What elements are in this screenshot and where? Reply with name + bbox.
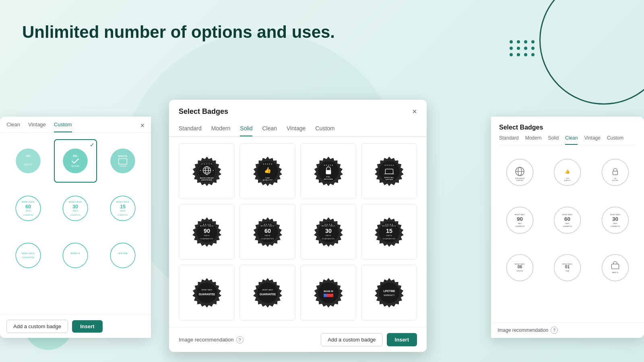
badge-money-back-60[interactable]: MONEY BACK 60 DAYS GUARANTEE ★ ★ ★ ★ xyxy=(239,204,295,260)
svg-text:MONEY BACK: MONEY BACK xyxy=(321,225,335,227)
badge-money-back-15[interactable]: MONEY BACK 15 DAYS GUARANTEE ★ ★ ★ ★ xyxy=(361,204,417,260)
right-badge-top-quality[interactable]: 👍 TOP QUALITY xyxy=(545,150,590,195)
svg-text:30: 30 xyxy=(612,216,618,222)
svg-text:30: 30 xyxy=(72,204,78,210)
svg-text:OFFER: OFFER xyxy=(385,179,393,181)
svg-text:MONEY BACK: MONEY BACK xyxy=(69,201,82,203)
svg-text:GUARANTEE: GUARANTEE xyxy=(70,214,80,216)
tab-vintage[interactable]: Vintage xyxy=(287,121,305,136)
left-insert-button[interactable]: Insert xyxy=(72,320,102,333)
svg-text:SHIPPING: SHIPPING xyxy=(516,180,523,181)
right-tab-modern[interactable]: Modern xyxy=(525,135,542,145)
left-badge-money-30[interactable]: MONEY BACK 30 DAYS GUARANTEE xyxy=(54,187,97,230)
right-badge-p1[interactable]: MONEY BACK 06 MONTHS xyxy=(497,245,542,290)
svg-text:SPECIAL: SPECIAL xyxy=(118,154,128,157)
badge-money-back-p1[interactable]: MONEY BACK GUARANTEE xyxy=(179,265,235,321)
svg-text:★ ★ ★ ★ ★: ★ ★ ★ ★ ★ xyxy=(262,163,272,165)
right-tab-solid[interactable]: Solid xyxy=(548,135,559,145)
tab-modern[interactable]: Modern xyxy=(211,121,230,136)
badge-money-back-p2[interactable]: MONEY BACK GUARANTEE xyxy=(239,265,295,321)
tab-clean[interactable]: Clean xyxy=(262,121,277,136)
dialog-right-footer: Image recommendation ? xyxy=(491,322,644,338)
tab-left-clean[interactable]: Clean xyxy=(6,121,20,132)
right-tab-vintage[interactable]: Vintage xyxy=(584,135,600,145)
svg-text:DAYS: DAYS xyxy=(204,234,210,236)
left-badge-ssl-secure-selected[interactable]: ✓ SSL SECURE xyxy=(54,139,97,183)
right-badge-money-90[interactable]: MONEY BACK 90 DAYS GUARANTEE xyxy=(497,198,542,243)
svg-text:★ ★ ★ ★ ★: ★ ★ ★ ★ ★ xyxy=(323,164,333,166)
svg-point-0 xyxy=(16,148,41,173)
svg-point-30 xyxy=(110,243,135,268)
svg-text:MADE IN: MADE IN xyxy=(71,252,80,255)
dialog-main-footer: Image recommendation ? Add a custom badg… xyxy=(169,327,427,352)
svg-text:★ ★ ★ ★: ★ ★ ★ ★ xyxy=(264,223,271,225)
svg-text:15: 15 xyxy=(120,204,126,210)
left-add-custom-button[interactable]: Add a custom badge xyxy=(6,320,68,333)
svg-text:QUALITY: QUALITY xyxy=(262,179,272,181)
right-tab-standard[interactable]: Standard xyxy=(499,135,519,145)
tab-solid[interactable]: Solid xyxy=(240,121,252,136)
tab-left-vintage[interactable]: Vintage xyxy=(28,121,46,132)
left-badge-lifetime[interactable]: LIFETIME xyxy=(101,234,144,277)
svg-text:QUALITY: QUALITY xyxy=(24,163,33,165)
svg-text:GUARANTEE: GUARANTEE xyxy=(259,293,276,296)
left-badge-made-in[interactable]: MADE IN xyxy=(54,234,97,277)
left-badge-special-offer[interactable]: SPECIAL OFFER xyxy=(101,139,144,183)
dialog-right-badge-grid: WORLDWIDE SHIPPING 👍 TOP QUALITY SSL SEC… xyxy=(491,145,644,295)
svg-text:SPECIAL: SPECIAL xyxy=(384,176,394,178)
right-info-icon[interactable]: ? xyxy=(551,327,558,334)
dialog-main-tab-bar: Standard Modern Solid Clean Vintage Cust… xyxy=(169,121,427,137)
svg-text:GUARANTEE: GUARANTEE xyxy=(22,257,35,259)
svg-text:90: 90 xyxy=(203,227,210,234)
left-badge-money-back[interactable]: MONEY BACK GUARANTEE xyxy=(6,234,50,277)
left-badge-money-15[interactable]: MONEY BACK 15 DAYS GUARANTEE xyxy=(101,187,144,230)
tab-standard[interactable]: Standard xyxy=(179,121,202,136)
tab-custom[interactable]: Custom xyxy=(315,121,334,136)
svg-point-102 xyxy=(506,159,533,185)
right-badge-p2[interactable]: MONEY BACK 01 YEAR xyxy=(545,245,590,290)
tab-left-custom[interactable]: Custom xyxy=(54,121,72,132)
svg-text:MADE IN: MADE IN xyxy=(324,290,333,292)
svg-text:★: ★ xyxy=(206,166,207,168)
svg-text:15: 15 xyxy=(386,227,392,234)
dialog-main-close-button[interactable]: × xyxy=(412,107,417,116)
svg-point-99 xyxy=(379,282,399,303)
dialog-main-title: Select Badges xyxy=(179,107,228,116)
right-badge-money-30-partial[interactable]: MONEY BACK 30 DAYS GUARANTEE xyxy=(593,198,638,243)
svg-text:OFFER: OFFER xyxy=(120,165,126,167)
svg-text:QUALITY: QUALITY xyxy=(564,180,571,181)
svg-text:★: ★ xyxy=(200,169,201,171)
right-tab-clean[interactable]: Clean xyxy=(565,135,578,145)
main-insert-button[interactable]: Insert xyxy=(387,333,417,346)
svg-text:DAYS: DAYS xyxy=(386,234,392,236)
badge-money-back-30[interactable]: MONEY BACK 30 DAYS GUARANTEE ★ ★ ★ ★ xyxy=(300,204,356,260)
svg-text:MONEY BACK: MONEY BACK xyxy=(200,225,214,227)
info-icon[interactable]: ? xyxy=(236,336,244,343)
right-badge-ssl-partial[interactable]: SSL SECURE xyxy=(593,150,638,195)
svg-text:MONEY BACK: MONEY BACK xyxy=(116,201,130,203)
badge-lifetime[interactable]: LIFETIME WARRANTY xyxy=(361,265,417,321)
right-tab-custom[interactable]: Custom xyxy=(607,135,623,145)
badge-special-offer[interactable]: SPECIAL OFFER ★ ★ ★ ★ ★ xyxy=(361,143,417,199)
main-add-custom-button[interactable]: Add a custom badge xyxy=(321,333,382,346)
left-badge-ssl-quality[interactable]: SSL QUALITY xyxy=(6,139,50,183)
left-badge-money-60[interactable]: MONEY BACK 60 DAYS GUARANTEE xyxy=(6,187,50,230)
badge-made-in[interactable]: MADE IN xyxy=(300,265,356,321)
dialog-left-close-button[interactable]: × xyxy=(140,121,144,130)
footer-actions: Add a custom badge Insert xyxy=(321,333,417,346)
bg-dots xyxy=(510,40,535,56)
svg-text:WORLDWIDE: WORLDWIDE xyxy=(200,177,214,179)
badge-ssl-secure[interactable]: SSL SECURE ★ ★ ★ ★ ★ xyxy=(300,143,356,199)
svg-text:LIFETIME: LIFETIME xyxy=(118,252,128,255)
image-rec-label: Image recommendation xyxy=(179,337,234,343)
svg-text:MONEY BACK: MONEY BACK xyxy=(262,289,273,291)
svg-text:SHIPPING: SHIPPING xyxy=(201,179,212,181)
right-badge-money-60[interactable]: MONEY BACK 60 DAYS GUARANTEE xyxy=(545,198,590,243)
right-badge-worldwide[interactable]: WORLDWIDE SHIPPING xyxy=(497,150,542,195)
badge-top-quality[interactable]: 👍 TOP QUALITY ★ ★ ★ ★ ★ xyxy=(239,143,295,199)
dialog-left-tab-bar: Clean Vintage Custom xyxy=(0,117,151,133)
right-badge-p3[interactable]: MADE IN xyxy=(593,245,638,290)
dialog-main-body: ★ ★ ★ ★ WORLDWIDE SHIPPING ✦ ✦ ✦ ✦ ✦ 👍 xyxy=(169,137,427,327)
badge-money-back-90[interactable]: MONEY BACK 90 DAYS GUARANTEE ★ ★ ★ ★ xyxy=(179,204,235,260)
badge-worldwide-shipping[interactable]: ★ ★ ★ ★ WORLDWIDE SHIPPING ✦ ✦ ✦ ✦ ✦ xyxy=(179,143,235,199)
